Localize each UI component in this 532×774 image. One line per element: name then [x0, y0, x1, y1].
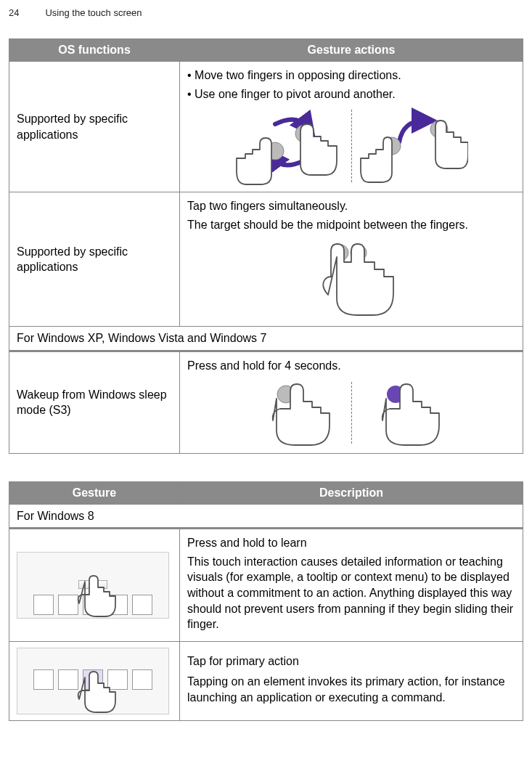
two-finger-tap-icon: [300, 237, 402, 320]
table1-header-col2: Gesture actions: [180, 39, 523, 62]
gesture-title: Press and hold to learn: [187, 535, 515, 551]
gesture-text-line: • Move two fingers in opposing direction…: [187, 68, 515, 83]
table2-row2-left: [9, 641, 180, 720]
table1-subheader: For Windows XP, Windows Vista and Window…: [9, 327, 523, 351]
table2-row1-left: [9, 529, 180, 642]
table1-row2-left: Supported by specific applications: [9, 192, 180, 327]
section-title: Using the touch screen: [45, 7, 142, 18]
hand-icon: [67, 670, 118, 715]
page-number: 24: [9, 7, 19, 18]
table2-header-col1: Gesture: [9, 481, 180, 504]
press-hold-purple-icon: [359, 378, 454, 447]
rotate-gesture-icon: [235, 106, 344, 186]
gesture-text-line: Press and hold for 4 seconds.: [187, 358, 515, 374]
table1-header-col1: OS functions: [9, 39, 180, 62]
table2-row1-right: Press and hold to learn This touch inter…: [180, 529, 523, 642]
press-hold-gray-icon: [250, 378, 344, 447]
gesture-divider: [351, 382, 352, 444]
table1-row3-right: Press and hold for 4 seconds.: [180, 351, 523, 453]
gesture-divider: [351, 110, 352, 182]
gesture-body: Tapping on an element invokes its primar…: [187, 674, 515, 705]
gesture-table-2: Gesture Description For Windows 8: [9, 481, 523, 721]
table1-row3-left: Wakeup from Windows sleep mode (S3): [9, 351, 180, 453]
table1-row1-left: Supported by specific applications: [9, 62, 180, 192]
press-hold-learn-thumbnail: [17, 552, 169, 619]
pivot-gesture-icon: [359, 106, 468, 186]
table2-header-col2: Description: [180, 481, 523, 504]
hand-icon: [67, 574, 118, 619]
gesture-text-line: • Use one finger to pivot around another…: [187, 86, 515, 102]
gesture-text-line: The target should be the midpoint betwee…: [187, 217, 515, 233]
tap-primary-thumbnail: [17, 648, 169, 714]
table2-subheader: For Windows 8: [9, 504, 523, 529]
page-header: 24 Using the touch screen: [9, 7, 523, 18]
gesture-title: Tap for primary action: [187, 653, 515, 669]
gesture-body: This touch interaction causes detailed i…: [187, 554, 515, 632]
table1-row1-right: • Move two fingers in opposing direction…: [180, 62, 523, 192]
table1-row2-right: Tap two fingers simultaneously. The targ…: [180, 192, 523, 327]
gesture-table-1: OS functions Gesture actions Supported b…: [9, 38, 523, 454]
table2-row2-right: Tap for primary action Tapping on an ele…: [180, 641, 523, 720]
gesture-text-line: Tap two fingers simultaneously.: [187, 198, 515, 214]
